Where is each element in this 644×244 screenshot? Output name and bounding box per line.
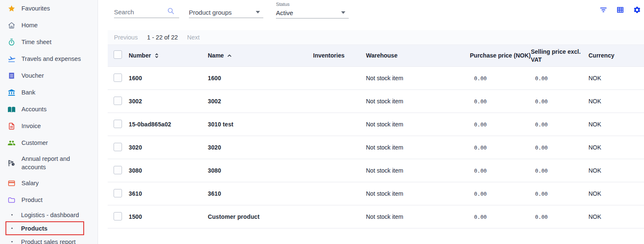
bullet-icon <box>11 241 13 242</box>
main-content: Product groups Status Active Previous 1 … <box>98 0 644 244</box>
gear-icon[interactable] <box>633 6 641 14</box>
cell-name: 3010 test <box>208 113 313 136</box>
product-groups-select[interactable]: Product groups <box>189 7 263 18</box>
cell-number: 3020 <box>129 136 208 159</box>
search-input[interactable] <box>114 7 164 17</box>
cell-purchase-price: 0.00 <box>470 205 531 228</box>
sidebar-item-salary[interactable]: Salary <box>0 175 98 192</box>
cell-name: 1600 <box>208 67 313 90</box>
cell-inventories <box>313 159 355 182</box>
sidebar-item-favourites[interactable]: Favourites <box>0 0 98 17</box>
cell-selling-price: 0.00 <box>531 159 588 182</box>
status-select[interactable]: Active <box>276 7 349 18</box>
search-icon[interactable] <box>167 7 175 15</box>
row-checkbox-cell <box>108 90 129 113</box>
sidebar-item-annual-report-and-accounts[interactable]: Annual report and accounts <box>0 151 98 175</box>
cell-inventories <box>313 182 355 205</box>
cell-warehouse: Not stock item <box>355 90 470 113</box>
status-select-group: Status Active <box>276 2 349 18</box>
sidebar-item-customer[interactable]: Customer <box>0 134 98 151</box>
sidebar-item-bank[interactable]: Bank <box>0 84 98 101</box>
table-row[interactable]: 1500Customer productNot stock item0.000.… <box>108 205 644 228</box>
people-icon <box>8 139 16 147</box>
sidebar-subitem-label: Product sales report <box>21 239 76 244</box>
cell-inventories <box>313 113 355 136</box>
star-icon <box>8 5 16 13</box>
column-header-warehouse: Warehouse <box>355 45 470 67</box>
sidebar-item-label: Customer <box>21 135 48 150</box>
cell-number: 1600 <box>129 67 208 90</box>
cell-inventories <box>313 136 355 159</box>
receipt-icon <box>8 72 16 80</box>
cell-currency: NOK <box>588 113 644 136</box>
column-header-number[interactable]: Number <box>129 45 208 67</box>
cell-currency: NOK <box>588 182 644 205</box>
cell-warehouse: Not stock item <box>355 136 470 159</box>
sort-ascending-icon <box>226 52 233 59</box>
app-window: FavouritesHomeTime sheetTravels and expe… <box>0 0 644 244</box>
row-checkbox[interactable] <box>114 143 122 151</box>
row-checkbox-cell <box>108 159 129 182</box>
row-checkbox[interactable] <box>114 189 122 197</box>
cell-purchase-price: 0.00 <box>470 113 531 136</box>
cell-number: 3002 <box>129 90 208 113</box>
sidebar-main-nav: FavouritesHomeTime sheetTravels and expe… <box>0 0 98 208</box>
row-checkbox[interactable] <box>114 97 122 105</box>
table-row[interactable]: 15-0bad865a023010 testNot stock item0.00… <box>108 113 644 136</box>
row-checkbox[interactable] <box>114 120 122 128</box>
table-row[interactable]: 36103610Not stock item0.000.00NOK <box>108 182 644 205</box>
row-checkbox[interactable] <box>114 212 122 220</box>
sidebar-item-label: Favourites <box>21 1 50 16</box>
sidebar-item-label: Invoice <box>21 118 41 134</box>
sidebar-subitem-products[interactable]: Products <box>5 221 84 235</box>
sidebar-item-label: Product <box>21 192 42 207</box>
cell-currency: NOK <box>588 159 644 182</box>
cell-selling-price: 0.00 <box>531 136 588 159</box>
row-checkbox[interactable] <box>114 166 122 174</box>
previous-button[interactable]: Previous <box>114 34 138 41</box>
sidebar-item-accounts[interactable]: Accounts <box>0 101 98 118</box>
row-checkbox-cell <box>108 205 129 228</box>
table-row[interactable]: 30803080Not stock item0.000.00NOK <box>108 159 644 182</box>
table-row[interactable]: 30203020Not stock item0.000.00NOK <box>108 136 644 159</box>
sidebar-item-label: Accounts <box>21 102 47 117</box>
next-button[interactable]: Next <box>187 34 200 41</box>
cell-inventories <box>313 90 355 113</box>
sidebar-item-invoice[interactable]: Invoice <box>0 118 98 134</box>
cell-purchase-price: 0.00 <box>470 67 531 90</box>
cell-number: 1500 <box>129 205 208 228</box>
sidebar-item-label: Home <box>21 18 38 33</box>
sidebar-item-voucher[interactable]: Voucher <box>0 67 98 84</box>
cell-warehouse: Not stock item <box>355 205 470 228</box>
book-icon <box>8 105 16 113</box>
table-row[interactable]: 16001600Not stock item0.000.00NOK <box>108 67 644 90</box>
chevron-down-icon <box>341 11 345 14</box>
sidebar-item-time-sheet[interactable]: Time sheet <box>0 34 98 50</box>
sidebar-item-home[interactable]: Home <box>0 17 98 34</box>
invoice-document-icon <box>8 122 16 130</box>
table-view-icon[interactable] <box>616 6 624 14</box>
table-row[interactable]: 30023002Not stock item0.000.00NOK <box>108 90 644 113</box>
cell-number: 3080 <box>129 159 208 182</box>
select-all-checkbox[interactable] <box>114 50 122 59</box>
sidebar-subitem-label: Products <box>21 225 48 232</box>
cell-selling-price: 0.00 <box>531 205 588 228</box>
sidebar-item-product[interactable]: Product <box>0 192 98 208</box>
cell-purchase-price: 0.00 <box>470 159 531 182</box>
sidebar-subitem-product-sales-report[interactable]: Product sales report <box>5 235 84 244</box>
row-checkbox-cell <box>108 67 129 90</box>
cell-purchase-price: 0.00 <box>470 90 531 113</box>
column-header-name[interactable]: Name <box>208 45 313 67</box>
folder-icon <box>8 196 16 204</box>
filter-icon[interactable] <box>599 6 607 14</box>
cell-selling-price: 0.00 <box>531 67 588 90</box>
cell-currency: NOK <box>588 67 644 90</box>
table-header-row: Number Name Inventories Warehouse <box>108 45 644 67</box>
cell-warehouse: Not stock item <box>355 113 470 136</box>
cell-inventories <box>313 67 355 90</box>
bullet-icon <box>11 214 13 215</box>
sidebar-item-travels-and-expenses[interactable]: Travels and expenses <box>0 50 98 67</box>
row-checkbox[interactable] <box>114 73 122 82</box>
cell-warehouse: Not stock item <box>355 182 470 205</box>
sidebar-subitem-logistics-dashboard[interactable]: Logistics - dashboard <box>5 208 84 221</box>
